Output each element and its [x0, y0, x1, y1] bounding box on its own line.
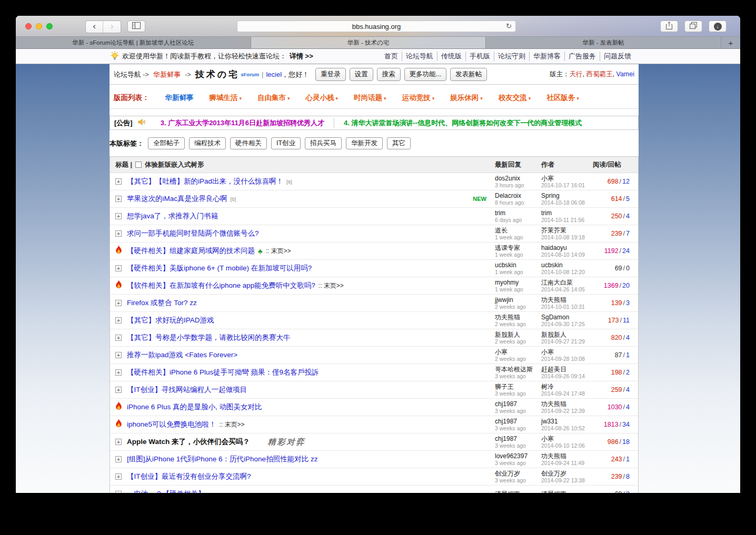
latest-reply-user-link[interactable]: chj1987	[495, 435, 541, 442]
topic-title-link[interactable]: 【IT创业】寻找网站编程人一起做项目	[127, 385, 247, 395]
author-user-link[interactable]: SgDamon	[541, 314, 593, 321]
header-button[interactable]: 搜索	[377, 68, 401, 81]
breadcrumb-section-link[interactable]: 华新鲜事	[153, 70, 181, 79]
expand-plus-icon[interactable]: +	[115, 213, 122, 219]
last-page-link[interactable]: :: 末页>>	[220, 420, 245, 429]
category-link[interactable]: 社区版务▾	[546, 93, 579, 103]
latest-reply-user-link[interactable]: 功夫熊猫	[495, 314, 541, 321]
latest-reply-user-link[interactable]: 创业万岁	[495, 470, 541, 477]
category-link[interactable]: 狮城生活▾	[210, 93, 242, 103]
topic-title-link[interactable]: 【IT创业】最近有没有创业分享交流啊?	[127, 472, 251, 481]
author-user-link[interactable]: 功夫熊猫	[541, 400, 593, 408]
topic-title-link[interactable]: 【软件相关】在新加坡有什么iphone app能免费听中文歌吗?	[127, 281, 315, 290]
topic-title-link[interactable]: 【硬件相关】美版iphone 6+ (T mobile) 在新加坡可以用吗?	[127, 264, 312, 273]
topic-title-link[interactable]: 【其它】【吐槽】新的iPad出来，没什么惊喜啊！	[127, 177, 283, 186]
author-user-link[interactable]: 新股新人	[541, 331, 593, 338]
author-user-link[interactable]: 树冷	[541, 383, 593, 390]
forward-button[interactable]: ›	[103, 21, 121, 33]
expand-plus-icon[interactable]: +	[115, 265, 122, 271]
author-user-link[interactable]: ucbskin	[541, 261, 593, 269]
author-user-link[interactable]: jw331	[541, 418, 593, 425]
latest-reply-user-link[interactable]: myohmy	[495, 279, 541, 286]
expand-plus-icon[interactable]: +	[115, 491, 122, 493]
author-user-link[interactable]: 小寒	[541, 175, 593, 182]
topic-title-link[interactable]: 【其它】号称是小学数学题，请教比较闲的奥赛大牛	[127, 333, 291, 342]
category-link[interactable]: 时尚话题▾	[354, 93, 386, 103]
expand-plus-icon[interactable]: +	[115, 178, 122, 185]
announcement-link[interactable]: 4. 清华大讲堂首场演讲--信息时代、网络创新将如何改变下一代的商业管理模式	[334, 118, 591, 128]
topic-title-link[interactable]: 推荐一款ipad游戏 <Fates Forever>	[127, 350, 237, 360]
latest-reply-user-link[interactable]: trim	[495, 209, 541, 217]
expand-plus-icon[interactable]: +	[115, 317, 122, 324]
author-user-link[interactable]: 江南大白菜	[541, 279, 593, 286]
expand-plus-icon[interactable]: +	[115, 369, 122, 376]
category-link[interactable]: 运动竞技▾	[402, 93, 435, 103]
latest-reply-user-link[interactable]: 逃课专家	[495, 244, 541, 251]
category-link[interactable]: 心灵小栈▾	[306, 93, 339, 103]
latest-reply-user-link[interactable]: chj1987	[495, 418, 541, 425]
moderator-link[interactable]: 西蜀霸王	[586, 70, 613, 78]
author-user-link[interactable]: haidaoyu	[541, 244, 593, 251]
latest-reply-user-link[interactable]: 小寒	[495, 348, 541, 356]
topic-title-link[interactable]: 【其它】求好玩的IPAD游戏	[127, 316, 214, 325]
latest-reply-user-link[interactable]: 清晨细雨	[495, 490, 541, 493]
last-page-link[interactable]: :: 末页>>	[266, 247, 291, 256]
latest-reply-user-link[interactable]: 道长	[495, 227, 541, 234]
last-page-link[interactable]: :: 末页>>	[319, 281, 344, 290]
expand-plus-icon[interactable]: +	[115, 387, 122, 393]
latest-reply-user-link[interactable]: 哥本哈根达斯	[495, 366, 541, 373]
top-nav-link[interactable]: 传统版	[437, 52, 465, 61]
category-link[interactable]: 娱乐休闲▾	[450, 93, 483, 103]
browser-tab[interactable]: 华新 - 技术の宅	[251, 37, 486, 48]
topic-title-link[interactable]: Firefox 或整合 Tor? zz	[127, 298, 197, 308]
tag-filter-button[interactable]: 华新开发	[346, 137, 383, 149]
author-user-link[interactable]: Spring	[541, 192, 593, 199]
new-tab-button[interactable]: +	[721, 37, 740, 48]
top-nav-link[interactable]: 手机版	[465, 52, 494, 61]
header-button[interactable]: 发表新帖	[450, 68, 487, 81]
top-nav-link[interactable]: 华新博客	[529, 52, 564, 61]
header-button[interactable]: 更多功能...	[404, 68, 446, 81]
share-button[interactable]	[660, 21, 678, 32]
top-nav-link[interactable]: 首页	[381, 52, 402, 61]
author-user-link[interactable]: 小寒	[541, 348, 593, 356]
welcome-detail-link[interactable]: 详情 >>	[290, 52, 313, 61]
author-user-link[interactable]: 清晨细雨	[541, 490, 593, 493]
author-user-link[interactable]: trim	[541, 209, 593, 217]
topic-title-link[interactable]: 想学java了，求推荐入门书籍	[127, 211, 218, 221]
topic-title-link[interactable]: …电池…？【硬件相关】	[127, 489, 205, 493]
topic-title-link[interactable]: 【硬件相关】组建家庭局域网的技术问题	[127, 246, 255, 256]
header-button[interactable]: 重登录	[315, 68, 346, 81]
expand-plus-icon[interactable]: +	[115, 196, 122, 202]
top-nav-link[interactable]: 论坛守则	[494, 52, 529, 61]
expand-plus-icon[interactable]: +	[115, 456, 122, 462]
topic-title-link[interactable]: iPhone 6 Plus 真的是显脸小, 动图美女对比	[127, 402, 262, 412]
tag-filter-button[interactable]: 编程技术	[189, 137, 226, 149]
author-user-link[interactable]: 功夫熊猫	[541, 452, 593, 460]
back-button[interactable]: ‹	[86, 21, 103, 33]
close-window-button[interactable]	[25, 23, 32, 29]
announcement-link[interactable]: 3. 广东工业大学2013年11月6日赴新加坡招聘优秀人才	[151, 118, 334, 128]
author-user-link[interactable]: 赶超美日	[541, 366, 593, 373]
topic-title-link[interactable]: Apple Watch 来了，小伙伴们会买吗？	[127, 437, 250, 447]
topic-title-link[interactable]: 求问一部手机能同时登陆两个微信账号么?	[127, 229, 259, 238]
username-link[interactable]: leciel	[266, 70, 282, 78]
author-user-link[interactable]: 功夫熊猫	[541, 296, 593, 304]
browser-tab[interactable]: 华新 - sForum论坛导航 | 新加坡华人社区论坛	[16, 37, 251, 48]
downloads-button[interactable]: ↓	[709, 21, 727, 32]
category-link[interactable]: 华新鲜事	[165, 93, 194, 103]
expand-plus-icon[interactable]: +	[115, 439, 122, 445]
author-user-link[interactable]: 小寒	[541, 435, 593, 442]
sidebar-toggle-button[interactable]	[127, 21, 145, 32]
expand-plus-icon[interactable]: +	[115, 473, 122, 480]
top-nav-link[interactable]: 论坛导航	[402, 52, 437, 61]
header-button[interactable]: 设置	[350, 68, 373, 81]
tab-overview-button[interactable]	[684, 21, 702, 32]
latest-reply-user-link[interactable]: ucbskin	[495, 261, 541, 269]
latest-reply-user-link[interactable]: chj1987	[495, 400, 541, 408]
tag-filter-button[interactable]: 招兵买马	[305, 137, 342, 149]
topic-title-link[interactable]: [组图]从iPhone 1代到iPhone 6：历代iPhone拍照性能对比 z…	[127, 455, 317, 464]
latest-reply-user-link[interactable]: 狮子王	[495, 383, 541, 390]
breadcrumb-nav-link[interactable]: 论坛导航	[114, 70, 141, 79]
expand-plus-icon[interactable]: +	[115, 300, 122, 306]
